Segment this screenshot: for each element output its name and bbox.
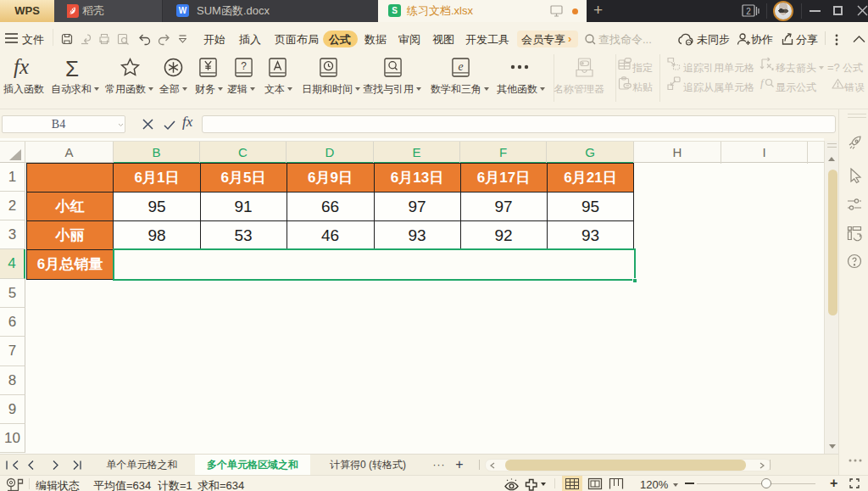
svg-text:f: f [760, 76, 765, 89]
svg-text:e: e [458, 60, 463, 73]
svg-text:?: ? [241, 60, 247, 72]
svg-text:2: 2 [746, 7, 751, 16]
